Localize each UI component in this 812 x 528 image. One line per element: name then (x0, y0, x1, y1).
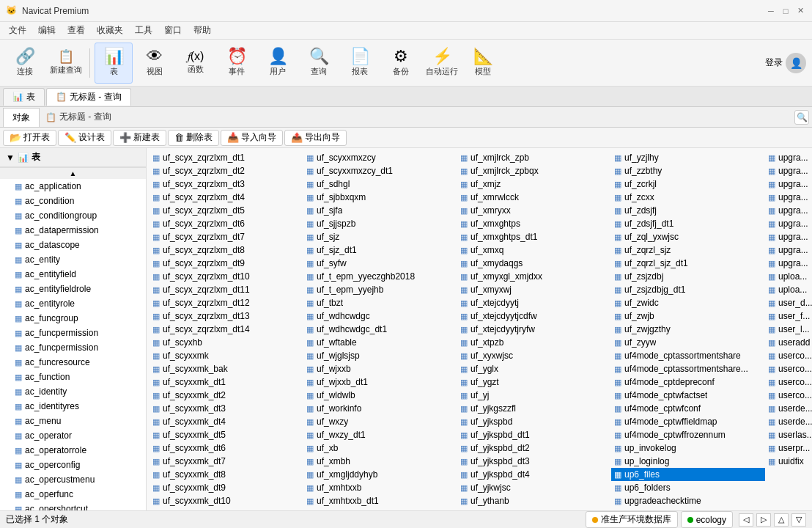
toolbar-table[interactable]: 📊 表 (95, 43, 133, 84)
table-entry-col5-2[interactable]: ▦upgra... (765, 177, 812, 191)
table-entry-col5-11[interactable]: ▦user_d... (765, 296, 812, 309)
table-entry-col3-20[interactable]: ▦uf_yjkspbd (457, 415, 611, 428)
tab-table[interactable]: 📊 表 (3, 88, 45, 106)
table-entry-col1-22[interactable]: ▦uf_scyxxmk_dt6 (150, 441, 303, 455)
table-entry-col1-12[interactable]: ▦uf_scyx_zqrzlxm_dt13 (150, 309, 303, 323)
table-entry-col5-14[interactable]: ▦useradd (765, 336, 812, 349)
toolbar-user[interactable]: 👤 用户 (259, 43, 297, 84)
bottom-btn-3[interactable]: △ (774, 513, 789, 527)
table-entry-col4-7[interactable]: ▦uf_zqrzl_sjz (611, 243, 765, 257)
table-entry-col4-25[interactable]: ▦up6_folders (611, 481, 765, 494)
menu-tools[interactable]: 工具 (129, 22, 158, 39)
toolbar-function[interactable]: 𝑓(x) 函数 (177, 43, 215, 84)
table-entry-col4-10[interactable]: ▦uf_zsjzdbjg_dt1 (611, 283, 765, 296)
sidebar-item-ac_function[interactable]: ▦ac_function (0, 370, 146, 384)
toolbar-event[interactable]: ⏰ 事件 (218, 43, 256, 84)
sidebar-item-ac_operfunc[interactable]: ▦ac_operfunc (0, 487, 146, 502)
table-entry-col4-21[interactable]: ▦uf4mode_cptwffrozennum (611, 428, 765, 441)
toolbar-model[interactable]: 📐 模型 (464, 43, 502, 84)
object-tab[interactable]: 对象 (3, 108, 40, 127)
sidebar-item-ac_datapermission[interactable]: ▦ac_datapermission (0, 223, 146, 238)
table-entry-col5-15[interactable]: ▦userco... (765, 349, 812, 362)
table-entry-col2-3[interactable]: ▦uf_sjbbxqxm (303, 191, 457, 204)
table-entry-col4-26[interactable]: ▦upgradeachecktime (611, 494, 765, 507)
table-entry-col1-16[interactable]: ▦uf_scyxxmk_bak (150, 362, 303, 375)
table-entry-col4-3[interactable]: ▦uf_zcxx (611, 191, 765, 204)
table-entry-col5-8[interactable]: ▦upgra... (765, 257, 812, 270)
open-table-button[interactable]: 📂 打开表 (3, 130, 56, 146)
sidebar-item-ac_operconfig[interactable]: ▦ac_operconfig (0, 458, 146, 472)
table-entry-col5-20[interactable]: ▦userde... (765, 415, 812, 428)
table-entry-col3-11[interactable]: ▦uf_xtejcdyytj (457, 296, 611, 309)
table-entry-col4-19[interactable]: ▦uf4mode_cptwfconf (611, 402, 765, 415)
table-entry-col3-4[interactable]: ▦uf_xmryxx (457, 204, 611, 217)
table-entry-col2-4[interactable]: ▦uf_sjfa (303, 204, 457, 217)
sidebar-item-ac_funcresource[interactable]: ▦ac_funcresource (0, 355, 146, 370)
table-entry-col3-15[interactable]: ▦uf_xyxwjsc (457, 349, 611, 362)
table-entry-col5-7[interactable]: ▦upgra... (765, 243, 812, 257)
toolbar-query[interactable]: 🔍 查询 (300, 43, 338, 84)
toolbar-autorun[interactable]: ⚡ 自动运行 (423, 43, 461, 84)
table-entry-col2-27[interactable]: ▦uf_xmhtxxb_dt2 (303, 507, 457, 510)
menu-favorites[interactable]: 收藏夹 (91, 22, 129, 39)
table-entry-col4-1[interactable]: ▦uf_zzbthy (611, 164, 765, 177)
sidebar-item-ac_entityfieldrole[interactable]: ▦ac_entityfieldrole (0, 282, 146, 296)
table-entry-col2-9[interactable]: ▦uf_t_epm_yyeczghb2018 (303, 270, 457, 283)
table-entry-col1-18[interactable]: ▦uf_scyxxmk_dt2 (150, 389, 303, 402)
table-entry-col5-1[interactable]: ▦upgra... (765, 164, 812, 177)
table-entry-col3-13[interactable]: ▦uf_xtejcdyytjryfw (457, 323, 611, 336)
db-tab-2[interactable]: ecology (681, 511, 733, 528)
table-entry-col2-18[interactable]: ▦uf_wldwlb (303, 389, 457, 402)
table-entry-col2-6[interactable]: ▦uf_sjz (303, 230, 457, 243)
sidebar-item-ac_opershortcut[interactable]: ▦ac_opershortcut (0, 502, 146, 510)
table-entry-col5-4[interactable]: ▦upgra... (765, 204, 812, 217)
table-entry-col1-9[interactable]: ▦uf_scyx_zqrzlxm_dt10 (150, 270, 303, 283)
table-entry-col3-18[interactable]: ▦uf_yj (457, 389, 611, 402)
table-entry-col3-27[interactable]: ▦uf_yxwjscts (457, 507, 611, 510)
table-entry-col2-11[interactable]: ▦uf_tbzt (303, 296, 457, 309)
table-entry-col4-12[interactable]: ▦uf_zwjb (611, 309, 765, 323)
toolbar-backup[interactable]: ⚙ 备份 (382, 43, 420, 84)
table-entry-col2-16[interactable]: ▦uf_wjxxb (303, 362, 457, 375)
sidebar-item-ac_menu[interactable]: ▦ac_menu (0, 414, 146, 428)
table-entry-col1-6[interactable]: ▦uf_scyx_zqrzlxm_dt7 (150, 230, 303, 243)
table-entry-col5-10[interactable]: ▦uploa... (765, 283, 812, 296)
table-entry-col2-20[interactable]: ▦uf_wxzy (303, 415, 457, 428)
table-entry-col5-18[interactable]: ▦userco... (765, 389, 812, 402)
table-entry-col1-26[interactable]: ▦uf_scyxxmk_dt10 (150, 494, 303, 507)
table-entry-col3-5[interactable]: ▦uf_xmxghtps (457, 217, 611, 230)
table-entry-col1-13[interactable]: ▦uf_scyx_zqrzlxm_dt14 (150, 323, 303, 336)
table-entry-col3-1[interactable]: ▦uf_xmjlrck_zpbqx (457, 164, 611, 177)
table-entry-col2-1[interactable]: ▦uf_scyxxmxzcy_dt1 (303, 164, 457, 177)
table-entry-col4-22[interactable]: ▦up_invokelog (611, 441, 765, 455)
bottom-btn-2[interactable]: ▷ (756, 513, 771, 527)
table-entry-col1-23[interactable]: ▦uf_scyxxmk_dt7 (150, 455, 303, 468)
db-tab-1[interactable]: 准生产环境数据库 (586, 511, 678, 528)
table-entry-col5-3[interactable]: ▦upgra... (765, 191, 812, 204)
sidebar-item-ac_condition[interactable]: ▦ac_condition (0, 194, 146, 208)
table-entry-col2-0[interactable]: ▦uf_scyxxmxzcy (303, 151, 457, 164)
table-entry-col1-4[interactable]: ▦uf_scyx_zqrzlxm_dt5 (150, 204, 303, 217)
delete-table-button[interactable]: 🗑 删除表 (168, 130, 219, 146)
sidebar-item-ac_operator[interactable]: ▦ac_operator (0, 428, 146, 443)
table-entry-col5-16[interactable]: ▦userco... (765, 362, 812, 375)
design-table-button[interactable]: ✏️ 设计表 (58, 130, 111, 146)
maximize-button[interactable]: □ (780, 5, 791, 17)
table-entry-col3-2[interactable]: ▦uf_xmjz (457, 177, 611, 191)
sidebar-item-ac_entityrole[interactable]: ▦ac_entityrole (0, 296, 146, 311)
table-entry-col3-17[interactable]: ▦uf_ygzt (457, 375, 611, 389)
table-entry-col1-7[interactable]: ▦uf_scyx_zqrzlxm_dt8 (150, 243, 303, 257)
table-entry-col2-26[interactable]: ▦uf_xmhtxxb_dt1 (303, 494, 457, 507)
table-entry-col2-15[interactable]: ▦uf_wjglsjsp (303, 349, 457, 362)
table-entry-col2-12[interactable]: ▦uf_wdhcwdgc (303, 309, 457, 323)
table-entry-col4-27[interactable]: ▦upgrade_e8toe9_onetime_task (611, 507, 765, 510)
table-entry-col1-20[interactable]: ▦uf_scyxxmk_dt4 (150, 415, 303, 428)
table-entry-col2-5[interactable]: ▦uf_sjjspzb (303, 217, 457, 230)
table-entry-col4-16[interactable]: ▦uf4mode_cptassortmentshare... (611, 362, 765, 375)
search-icon-btn[interactable]: 🔍 (794, 110, 809, 125)
table-entry-col1-1[interactable]: ▦uf_scyx_zqrzlxm_dt2 (150, 164, 303, 177)
table-entry-col3-19[interactable]: ▦uf_yjkgszzfl (457, 402, 611, 415)
table-entry-col3-0[interactable]: ▦uf_xmjlrck_zpb (457, 151, 611, 164)
table-entry-col3-23[interactable]: ▦uf_yjkspbd_dt3 (457, 455, 611, 468)
sidebar-item-ac_identity[interactable]: ▦ac_identity (0, 384, 146, 399)
